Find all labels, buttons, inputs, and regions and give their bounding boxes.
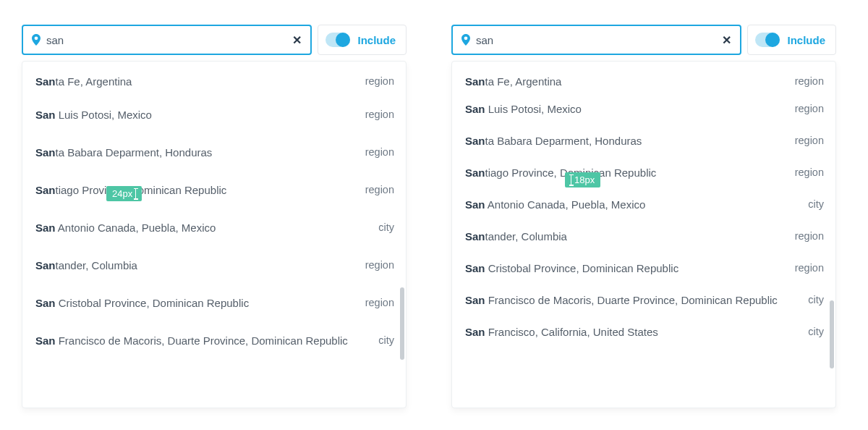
list-item[interactable]: San Cristobal Province, Dominican Republ… <box>35 296 394 316</box>
clear-icon[interactable]: ✕ <box>292 33 302 47</box>
result-label: Santiago Province, Dominican Republic <box>465 166 786 180</box>
include-toggle[interactable] <box>755 33 780 47</box>
result-label: Santa Babara Deparment, Honduras <box>35 146 357 160</box>
scrollbar-thumb[interactable] <box>830 300 834 368</box>
result-type: region <box>365 258 394 273</box>
list-item[interactable]: San Luis Potosi, Mexicoregion <box>465 102 824 121</box>
result-type: region <box>795 134 824 148</box>
list-item[interactable]: Santiago Province, Dominican Republicreg… <box>35 183 394 203</box>
result-type: region <box>795 102 824 117</box>
include-toggle-box: Include <box>747 25 836 55</box>
spacing-annotation-badge: 18px <box>565 172 600 187</box>
list-item[interactable]: Santa Babara Deparment, Hondurasregion <box>35 146 394 166</box>
comparison-panel-right: ✕IncludeSanta Fe, ArgentinaregionSan Lui… <box>451 25 836 408</box>
list-item[interactable]: Santiago Province, Dominican Republicreg… <box>465 166 824 185</box>
result-label: San Antonio Canada, Puebla, Mexico <box>465 198 799 212</box>
list-item[interactable]: San Antonio Canada, Puebla, Mexicocity <box>465 198 824 216</box>
list-item[interactable]: Santa Fe, Argentinaregion <box>465 70 824 89</box>
results-list: Santa Fe, ArgentinaregionSan Luis Potosi… <box>35 70 394 354</box>
result-type: region <box>365 108 394 122</box>
include-label: Include <box>357 34 396 46</box>
caliper-icon <box>135 189 136 199</box>
result-label: Santa Fe, Argentina <box>35 75 357 89</box>
result-type: region <box>795 229 824 244</box>
list-item[interactable]: San Francisco de Macoris, Duarte Provinc… <box>465 293 824 312</box>
list-item[interactable]: Santa Fe, Argentinaregion <box>35 70 394 90</box>
search-box[interactable]: ✕ <box>451 25 741 55</box>
scrollbar-thumb[interactable] <box>400 287 404 360</box>
result-label: San Luis Potosi, Mexico <box>35 108 357 122</box>
result-type: city <box>808 325 824 340</box>
result-type: region <box>365 146 394 160</box>
list-item[interactable]: Santa Babara Deparment, Hondurasregion <box>465 134 824 153</box>
result-label: San Cristobal Province, Dominican Republ… <box>35 296 357 311</box>
list-item[interactable]: Santander, Columbiaregion <box>465 229 824 248</box>
result-label: San Luis Potosi, Mexico <box>465 102 786 117</box>
result-type: city <box>808 198 824 212</box>
spacing-annotation-badge: 24px <box>106 186 142 201</box>
clear-icon[interactable]: ✕ <box>722 33 731 47</box>
caliper-icon <box>571 175 571 185</box>
include-toggle-box: Include <box>318 25 407 55</box>
spacing-value: 24px <box>112 188 132 199</box>
result-type: region <box>795 261 824 276</box>
list-item[interactable]: San Luis Potosi, Mexicoregion <box>35 108 394 128</box>
result-type: region <box>365 75 394 89</box>
result-type: city <box>808 293 824 308</box>
result-label: Santander, Columbia <box>35 258 357 273</box>
results-dropdown: Santa Fe, ArgentinaregionSan Luis Potosi… <box>22 61 407 408</box>
location-pin-icon <box>32 34 41 46</box>
spacing-value: 18px <box>574 174 595 185</box>
list-item[interactable]: Santander, Columbiaregion <box>35 258 394 279</box>
result-label: San Antonio Canada, Puebla, Mexico <box>35 221 370 235</box>
results-list: Santa Fe, ArgentinaregionSan Luis Potosi… <box>465 70 824 344</box>
result-label: Santander, Columbia <box>465 229 786 244</box>
result-label: San Francisco de Macoris, Duarte Provinc… <box>465 293 799 308</box>
results-dropdown: Santa Fe, ArgentinaregionSan Luis Potosi… <box>451 61 836 408</box>
result-label: Santa Fe, Argentina <box>465 75 786 89</box>
comparison-panel-left: ✕IncludeSanta Fe, ArgentinaregionSan Lui… <box>22 25 407 408</box>
result-label: San Cristobal Province, Dominican Republ… <box>465 261 786 276</box>
result-label: San Francisco de Macoris, Duarte Provinc… <box>35 334 370 348</box>
result-type: city <box>378 221 394 235</box>
result-type: region <box>795 166 824 180</box>
list-item[interactable]: San Francisco, California, United States… <box>465 325 824 344</box>
result-type: region <box>365 183 394 198</box>
search-input[interactable] <box>46 34 292 46</box>
search-box[interactable]: ✕ <box>22 25 312 55</box>
location-pin-icon <box>461 34 470 46</box>
result-type: region <box>365 296 394 311</box>
result-label: Santa Babara Deparment, Honduras <box>465 134 786 148</box>
list-item[interactable]: San Cristobal Province, Dominican Republ… <box>465 261 824 280</box>
list-item[interactable]: San Francisco de Macoris, Duarte Provinc… <box>35 334 394 354</box>
result-type: region <box>795 75 824 89</box>
result-label: Santiago Province, Dominican Republic <box>35 183 357 198</box>
include-toggle[interactable] <box>326 33 350 47</box>
list-item[interactable]: San Antonio Canada, Puebla, Mexicocity <box>35 221 394 241</box>
result-type: city <box>378 334 394 348</box>
include-label: Include <box>787 34 825 46</box>
result-label: San Francisco, California, United States <box>465 325 799 340</box>
search-input[interactable] <box>476 34 722 46</box>
